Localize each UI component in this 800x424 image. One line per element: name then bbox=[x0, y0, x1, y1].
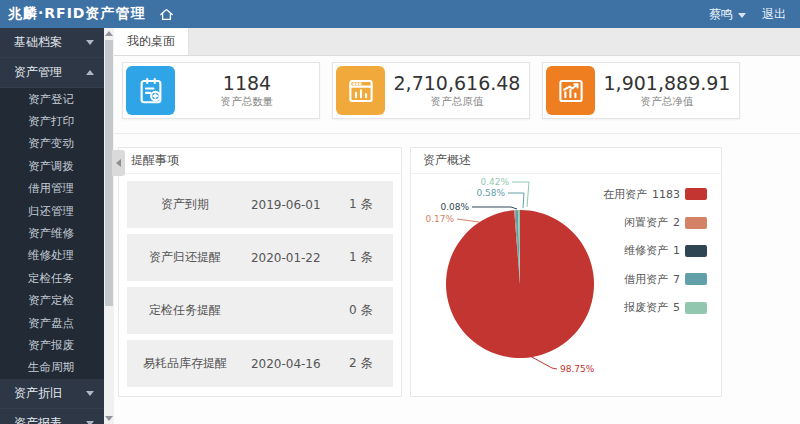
legend-item-borrowed[interactable]: 借用资产 7 bbox=[603, 265, 707, 293]
pie-label-line bbox=[472, 207, 517, 209]
sidebar-item-repair-handle[interactable]: 维修处理 bbox=[0, 245, 104, 267]
username[interactable]: 蔡鸣 bbox=[709, 6, 733, 23]
asset-total-count-label: 资产总数量 bbox=[175, 95, 319, 109]
pie-percent-label: 0.58% bbox=[476, 188, 505, 198]
asset-net-value: 1,901,889.91 bbox=[595, 72, 739, 94]
pie-percent-label: 0.17% bbox=[425, 214, 454, 224]
sidebar-item-asset-inspect[interactable]: 资产定检 bbox=[0, 290, 104, 312]
asset-overview-panel: 资产概述 98.75%0.17%0.08%0.58%0.42% 在用资产 118… bbox=[410, 147, 722, 397]
asset-original-value-label: 资产总原值 bbox=[385, 95, 529, 109]
legend-swatch bbox=[685, 217, 707, 229]
sidebar-scrollbar[interactable] bbox=[104, 28, 114, 424]
sidebar-item-inspect-task[interactable]: 定检任务 bbox=[0, 267, 104, 289]
reminder-panel-title: 提醒事项 bbox=[119, 148, 401, 174]
sidebar-item-asset-register[interactable]: 资产登记 bbox=[0, 88, 104, 110]
legend-swatch bbox=[685, 245, 707, 257]
reminder-panel: 提醒事项 资产到期 2019-06-01 1 条 资产归还提醒 2020-01-… bbox=[118, 147, 402, 397]
sidebar-item-asset-change[interactable]: 资产变动 bbox=[0, 133, 104, 155]
legend-item-in-use[interactable]: 在用资产 1183 bbox=[603, 180, 707, 208]
app-title: 兆麟·RFID资产管理 bbox=[8, 5, 146, 23]
window-chart-icon bbox=[336, 66, 385, 115]
pie-percent-label: 0.08% bbox=[440, 202, 469, 212]
pie-legend: 在用资产 1183 闲置资产 2 维修资产 1 借用资产 7 bbox=[603, 180, 707, 322]
home-icon[interactable] bbox=[158, 6, 175, 23]
asset-management-submenu: 资产登记 资产打印 资产变动 资产调拨 借用管理 归还管理 资产维修 维修处理 … bbox=[0, 88, 104, 379]
sidebar-collapse-handle[interactable] bbox=[112, 150, 125, 176]
main-content: 1184 资产总数量 2,710,616.48 资产总原值 bbox=[114, 56, 800, 424]
stat-card-net-value: 1,901,889.91 资产总净值 bbox=[542, 62, 740, 119]
asset-total-count-value: 1184 bbox=[175, 72, 319, 94]
legend-item-scrapped[interactable]: 报废资产 5 bbox=[603, 294, 707, 322]
chevron-down-icon bbox=[86, 40, 94, 45]
trend-chart-icon bbox=[546, 66, 595, 115]
user-menu-caret-icon bbox=[738, 13, 746, 18]
legend-item-idle[interactable]: 闲置资产 2 bbox=[603, 208, 707, 236]
legend-swatch bbox=[685, 273, 707, 285]
sidebar-item-asset-report[interactable]: 资产报表 bbox=[0, 409, 104, 424]
sidebar-item-asset-repair[interactable]: 资产维修 bbox=[0, 222, 104, 244]
legend-swatch bbox=[685, 302, 707, 314]
tab-bar: 我的桌面 bbox=[114, 28, 800, 56]
reminder-row-asset-return[interactable]: 资产归还提醒 2020-01-22 1 条 bbox=[127, 234, 393, 281]
chevron-left-icon bbox=[116, 159, 121, 167]
sidebar-item-borrow-manage[interactable]: 借用管理 bbox=[0, 178, 104, 200]
scroll-up-icon[interactable] bbox=[105, 31, 113, 36]
clipboard-list-icon bbox=[126, 66, 175, 115]
sidebar-item-asset-management[interactable]: 资产管理 bbox=[0, 58, 104, 88]
asset-pie-chart: 98.75%0.17%0.08%0.58%0.42% 在用资产 1183 闲置资… bbox=[411, 174, 721, 396]
sidebar-item-asset-print[interactable]: 资产打印 bbox=[0, 110, 104, 132]
pie-label-line bbox=[530, 356, 557, 369]
legend-item-repair[interactable]: 维修资产 1 bbox=[603, 237, 707, 265]
chevron-up-icon bbox=[86, 70, 94, 75]
pie-percent-label: 98.75% bbox=[560, 364, 595, 374]
pie-percent-label: 0.42% bbox=[480, 177, 509, 187]
sidebar-item-asset-stocktake[interactable]: 资产盘点 bbox=[0, 312, 104, 334]
sidebar-item-asset-scrap[interactable]: 资产报废 bbox=[0, 334, 104, 356]
asset-net-value-label: 资产总净值 bbox=[595, 95, 739, 109]
tab-my-desktop[interactable]: 我的桌面 bbox=[114, 28, 189, 55]
app-header: 兆麟·RFID资产管理 蔡鸣 退出 bbox=[0, 0, 800, 28]
legend-swatch bbox=[685, 188, 707, 200]
reminder-row-inspect-task[interactable]: 定检任务提醒 0 条 bbox=[127, 287, 393, 334]
reminder-row-asset-expiry[interactable]: 资产到期 2019-06-01 1 条 bbox=[127, 181, 393, 228]
reminder-row-consumable-stock[interactable]: 易耗品库存提醒 2020-04-16 2 条 bbox=[127, 340, 393, 387]
pie-label-line bbox=[512, 182, 529, 207]
overview-panel-title: 资产概述 bbox=[411, 148, 721, 174]
sidebar-item-base-archive[interactable]: 基础档案 bbox=[0, 28, 104, 58]
pie-label-line bbox=[457, 219, 479, 222]
logout-button[interactable]: 退出 bbox=[762, 6, 786, 23]
pie-label-line bbox=[508, 193, 524, 208]
sidebar-item-lifecycle[interactable]: 生命周期 bbox=[0, 357, 104, 379]
chevron-down-icon bbox=[86, 391, 94, 396]
scroll-down-icon[interactable] bbox=[105, 416, 113, 421]
sidebar-item-asset-transfer[interactable]: 资产调拨 bbox=[0, 155, 104, 177]
stat-card-total-count: 1184 资产总数量 bbox=[122, 62, 320, 119]
sidebar: 基础档案 资产管理 资产登记 资产打印 资产变动 资产调拨 借用管理 归还管理 … bbox=[0, 28, 104, 424]
stat-card-original-value: 2,710,616.48 资产总原值 bbox=[332, 62, 530, 119]
asset-original-value: 2,710,616.48 bbox=[385, 72, 529, 94]
sidebar-item-asset-depreciation[interactable]: 资产折旧 bbox=[0, 379, 104, 409]
sidebar-item-return-manage[interactable]: 归还管理 bbox=[0, 200, 104, 222]
section-divider bbox=[114, 133, 800, 134]
